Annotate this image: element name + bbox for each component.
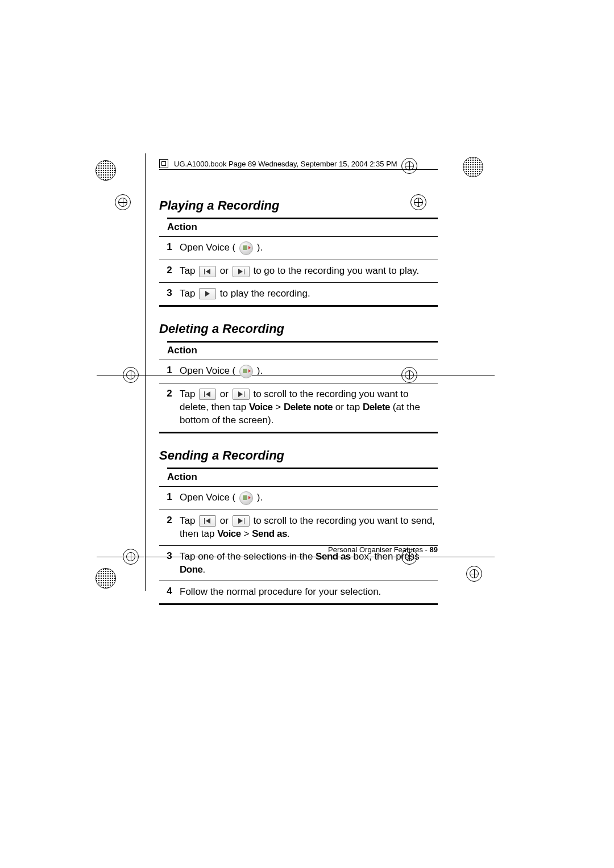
action-header: Action [167, 468, 438, 483]
footer-label: Personal Organiser Features - [328, 545, 429, 554]
step-number: 1 [159, 365, 180, 378]
svg-marker-7 [244, 391, 244, 397]
svg-marker-1 [206, 269, 210, 274]
next-icon [233, 266, 250, 277]
section-title: Sending a Recording [159, 448, 438, 463]
step-body: Tap or to scroll to the recording you wa… [180, 388, 438, 427]
voice-icon [239, 241, 253, 255]
regmark-spiral [463, 157, 483, 177]
footer-page: 89 [430, 545, 438, 554]
svg-marker-0 [204, 269, 205, 274]
ui-label: Send as [252, 528, 287, 539]
step-body: Follow the normal procedure for your sel… [180, 586, 438, 599]
step-row: 2Tap or to go to the recording you want … [159, 260, 438, 282]
prev-icon [199, 266, 216, 277]
step-body: Open Voice ( ). [180, 491, 438, 505]
svg-marker-11 [244, 518, 244, 524]
section-endrule [159, 432, 438, 433]
prev-icon [199, 515, 216, 527]
ui-label: Voice [249, 402, 273, 412]
next-icon [233, 515, 250, 527]
step-body: Tap one of the selections in the Send as… [180, 550, 438, 577]
step-number: 3 [159, 550, 180, 577]
step-row: 1Open Voice ( ). [159, 236, 438, 260]
next-icon [233, 389, 250, 400]
step-body: Tap or to scroll to the recording you wa… [180, 515, 438, 541]
action-header: Action [167, 218, 438, 233]
step-body: Open Voice ( ). [180, 241, 438, 255]
section-title: Deleting a Recording [159, 322, 438, 336]
step-body: Tap to play the recording. [180, 287, 438, 301]
step-number: 3 [159, 287, 180, 301]
step-row: 4Follow the normal procedure for your se… [159, 581, 438, 603]
step-row: 2Tap or to scroll to the recording you w… [159, 510, 438, 545]
svg-marker-12 [238, 518, 243, 524]
crop-line [145, 153, 146, 591]
regmark-circle [463, 562, 486, 585]
step-body: Tap or to go to the recording you want t… [180, 265, 438, 278]
prev-icon [199, 389, 216, 400]
svg-marker-5 [204, 391, 205, 397]
step-number: 2 [159, 388, 180, 427]
section-endrule [159, 305, 438, 307]
page-footer: Personal Organiser Features - 89 [328, 545, 438, 554]
step-row: 1Open Voice ( ). [159, 486, 438, 510]
svg-marker-9 [204, 518, 205, 524]
ui-label: Voice [217, 528, 241, 539]
voice-icon [239, 365, 253, 378]
ui-label: Done [180, 564, 203, 575]
regmark-spiral [96, 568, 116, 589]
regmark-circle [111, 191, 134, 214]
header-text: UG.A1000.book Page 89 Wednesday, Septemb… [174, 160, 397, 168]
step-number: 2 [159, 515, 180, 541]
svg-marker-4 [205, 291, 210, 297]
play-icon [199, 288, 216, 299]
step-number: 1 [159, 241, 180, 255]
step-row: 3Tap to play the recording. [159, 282, 438, 305]
step-body: Open Voice ( ). [180, 365, 438, 378]
step-row: 2Tap or to scroll to the recording you w… [159, 383, 438, 432]
action-header: Action [167, 341, 438, 356]
svg-marker-3 [238, 269, 243, 274]
section-title: Playing a Recording [159, 198, 438, 213]
step-number: 1 [159, 491, 180, 505]
ui-label: Delete [363, 402, 390, 412]
crop-icon [159, 159, 168, 168]
page-header: UG.A1000.book Page 89 Wednesday, Septemb… [159, 159, 438, 170]
svg-marker-8 [238, 391, 243, 397]
regmark-spiral [96, 160, 116, 181]
step-number: 2 [159, 265, 180, 278]
svg-marker-2 [244, 269, 244, 274]
step-row: 1Open Voice ( ). [159, 360, 438, 383]
svg-marker-6 [206, 391, 210, 397]
step-number: 4 [159, 586, 180, 599]
voice-icon [239, 491, 253, 505]
section-endrule [159, 603, 438, 605]
svg-marker-10 [206, 518, 210, 524]
ui-label: Delete note [284, 402, 333, 412]
